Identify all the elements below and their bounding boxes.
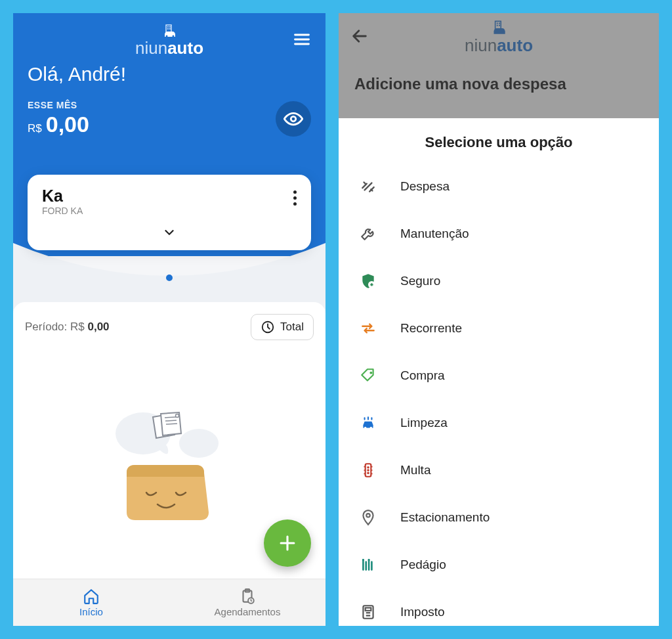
repeat-icon <box>358 320 378 337</box>
eye-icon <box>284 109 303 129</box>
svg-rect-2 <box>169 26 171 28</box>
toggle-visibility-button[interactable] <box>276 101 311 137</box>
option-label: Despesa <box>400 179 450 194</box>
amount-value: 0,00 <box>46 112 89 137</box>
svg-line-12 <box>165 420 177 421</box>
add-expense-fab[interactable] <box>264 519 311 567</box>
option-carwash[interactable]: Limpeza <box>358 399 639 447</box>
logo-prefix: niun <box>135 38 167 58</box>
option-shield[interactable]: Seguro <box>358 257 639 305</box>
svg-point-26 <box>370 427 372 429</box>
carwash-icon <box>358 414 378 431</box>
plus-icon <box>276 532 299 554</box>
option-label: Pedágio <box>400 558 446 572</box>
clock-icon <box>261 320 275 334</box>
svg-point-5 <box>165 35 167 37</box>
modal-backdrop-header: niunauto Adicione uma nova despesa <box>339 13 659 118</box>
currency-symbol: R$ <box>28 122 42 135</box>
sheet-title: Selecione uma opção <box>358 134 639 151</box>
svg-point-6 <box>172 35 174 37</box>
home-icon <box>83 588 100 605</box>
month-label: ESSE MÊS <box>28 100 89 110</box>
svg-point-7 <box>291 116 296 121</box>
option-label: Multa <box>400 463 430 477</box>
option-wrench[interactable]: Manutenção <box>358 210 639 257</box>
svg-line-13 <box>166 424 177 424</box>
app-logo: niunauto <box>135 24 203 58</box>
menu-icon[interactable] <box>293 30 311 51</box>
bottom-nav: Início Agendamentos <box>13 579 326 626</box>
svg-point-32 <box>362 559 364 561</box>
svg-rect-4 <box>169 28 171 30</box>
chevron-down-icon <box>162 225 177 240</box>
logo-icon <box>161 24 178 38</box>
expand-vehicle-button[interactable] <box>42 225 297 242</box>
option-label: Recorrente <box>400 321 462 336</box>
svg-point-10 <box>179 429 219 458</box>
logo-suffix: auto <box>167 38 203 58</box>
option-label: Estacionamento <box>400 510 490 525</box>
svg-rect-35 <box>366 608 371 611</box>
svg-point-30 <box>367 472 369 474</box>
nav-home-label: Início <box>79 606 103 617</box>
svg-point-25 <box>364 427 366 429</box>
option-label: Manutenção <box>400 227 469 241</box>
vehicle-more-button[interactable] <box>293 190 297 206</box>
traffic-icon <box>358 462 378 479</box>
greeting: Olá, André! <box>28 63 311 85</box>
option-list: DespesaManutençãoSeguroRecorrenteCompraL… <box>358 163 639 626</box>
period-summary: Período: R$ 0,00 <box>25 320 110 334</box>
option-label: Imposto <box>400 605 445 619</box>
svg-point-28 <box>367 466 369 468</box>
month-amount: R$ 0,00 <box>28 112 89 137</box>
tag-icon <box>358 367 378 384</box>
home-screen: niunauto Olá, André! ESSE MÊS R$ 0,00 <box>13 13 326 626</box>
total-chip-label: Total <box>280 320 304 334</box>
period-label: Período: R$ <box>25 320 87 333</box>
option-label: Seguro <box>400 274 440 288</box>
option-label: Limpeza <box>400 416 448 430</box>
svg-point-33 <box>368 559 370 561</box>
vehicle-subtitle: FORD KA <box>42 206 83 216</box>
expense-icon <box>358 178 378 195</box>
nav-home[interactable]: Início <box>13 579 169 626</box>
option-traffic[interactable]: Multa <box>358 447 639 494</box>
nav-schedules-label: Agendamentos <box>215 606 281 617</box>
nav-schedules[interactable]: Agendamentos <box>169 579 326 626</box>
option-repeat[interactable]: Recorrente <box>358 305 639 352</box>
svg-point-24 <box>369 372 372 374</box>
vehicle-card[interactable]: Ka FORD KA <box>28 175 311 250</box>
option-label: Compra <box>400 368 445 383</box>
svg-line-11 <box>165 417 176 418</box>
option-sheet: Selecione uma opção DespesaManutençãoSeg… <box>339 118 659 626</box>
svg-rect-3 <box>167 28 169 30</box>
header: niunauto Olá, André! ESSE MÊS R$ 0,00 <box>13 13 326 256</box>
svg-rect-1 <box>167 26 169 28</box>
option-toll[interactable]: Pedágio <box>358 541 639 588</box>
carousel-dots <box>13 275 326 281</box>
svg-point-29 <box>367 469 369 471</box>
carousel-dot-active[interactable] <box>166 275 173 281</box>
option-tax[interactable]: Imposto <box>358 588 639 626</box>
add-expense-screen: niunauto Adicione uma nova despesa Selec… <box>339 13 659 626</box>
total-filter-chip[interactable]: Total <box>251 314 314 340</box>
svg-point-31 <box>366 514 369 517</box>
pin-icon <box>358 509 378 526</box>
shield-icon <box>358 273 378 290</box>
tax-icon <box>358 604 378 621</box>
option-pin[interactable]: Estacionamento <box>358 494 639 541</box>
toll-icon <box>358 556 378 573</box>
vehicle-name: Ka <box>42 187 83 206</box>
option-tag[interactable]: Compra <box>358 352 639 399</box>
dim-overlay[interactable] <box>339 13 659 118</box>
option-expense[interactable]: Despesa <box>358 163 639 210</box>
clipboard-clock-icon <box>239 588 256 605</box>
period-value: 0,00 <box>87 320 109 333</box>
wrench-icon <box>358 225 378 242</box>
